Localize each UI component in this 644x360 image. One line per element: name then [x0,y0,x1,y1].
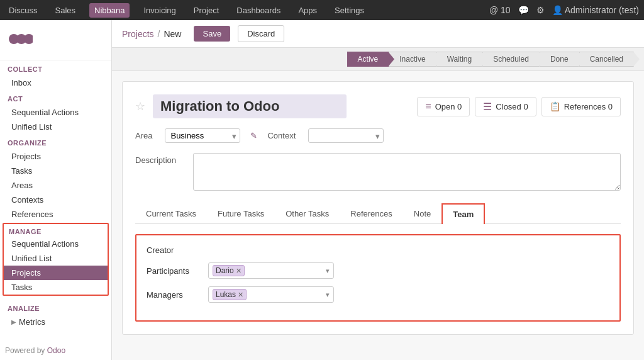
external-link-icon[interactable]: ✎ [250,131,257,140]
tabs-row: Current Tasks Future Tasks Other Tasks R… [135,203,621,224]
nav-apps[interactable]: Apps [294,3,321,18]
participants-row: Participants Dario ✕ ▾ [147,262,609,279]
breadcrumb-parent[interactable]: Projects [122,29,154,39]
topnav-right: @ 10 💬 ⚙ 👤 Administrator (test) [489,5,639,15]
nav-discuss[interactable]: Discuss [5,3,42,18]
remove-lukas-icon[interactable]: ✕ [238,291,243,299]
stat-buttons: ≡ Open 0 ☰ Closed 0 📋 References 0 [417,97,621,116]
project-name-input[interactable] [153,94,347,118]
sidebar-item-metrics[interactable]: ▶ Metrics [0,315,111,329]
status-cancelled[interactable]: Cancelled [579,52,634,67]
breadcrumb-current: New [164,29,181,39]
sidebar-manage-section: Manage [4,224,108,237]
manager-tag-lukas: Lukas ✕ [213,289,247,300]
team-form: Creator Participants Dario ✕ ▾ [135,234,621,322]
tab-team[interactable]: Team [441,203,485,224]
sidebar-act-section: Act [0,90,111,105]
sidebar-item-sequential-actions-act[interactable]: Sequential Actions [0,105,111,120]
sidebar-item-sequential-actions-manage[interactable]: Sequential Actions [4,237,108,251]
closed-icon: ☰ [483,101,492,113]
sidebar-item-projects-organize[interactable]: Projects [0,149,111,164]
nav-settings[interactable]: Settings [331,3,368,18]
tab-future-tasks[interactable]: Future Tasks [207,203,275,224]
status-bar: Active Inactive Waiting Scheduled Done C… [112,48,644,71]
notification-icon[interactable]: @ 10 [489,5,511,15]
participants-field[interactable]: Dario ✕ ▾ [208,262,334,279]
gear-icon[interactable]: ⚙ [536,5,545,15]
participant-name-dario: Dario [216,266,234,275]
nav-dashboards[interactable]: Dashboards [233,3,284,18]
creator-label: Creator [147,245,203,255]
nav-project[interactable]: Project [190,3,223,18]
sidebar-manage-box: Manage Sequential Actions Unified List P… [3,223,109,296]
manager-name-lukas: Lukas [216,290,236,299]
status-inactive[interactable]: Inactive [389,52,436,67]
closed-label: Closed 0 [496,102,528,111]
odoo-logo-icon [8,26,33,52]
top-navigation: Discuss Sales Nibbana Invoicing Project … [0,0,644,20]
chevron-right-icon: ▶ [11,318,16,325]
managers-row: Managers Lukas ✕ ▾ [147,286,609,303]
sidebar: Collect Inbox Act Sequential Actions Uni… [0,20,112,360]
sidebar-item-projects-manage[interactable]: Projects [4,266,108,280]
sidebar-logo [0,20,111,60]
sidebar-collect-section: Collect [0,60,111,76]
user-avatar[interactable]: 👤 Administrator (test) [552,5,639,15]
sidebar-item-unified-list-manage[interactable]: Unified List [4,251,108,266]
form-container: ☆ ≡ Open 0 ☰ Closed 0 📋 Refe [112,71,644,360]
remove-dario-icon[interactable]: ✕ [236,267,242,275]
sidebar-item-inbox[interactable]: Inbox [0,76,111,90]
sidebar-footer: Powered by Odoo [5,346,65,355]
save-button[interactable]: Save [194,26,230,42]
status-waiting[interactable]: Waiting [436,52,483,67]
managers-field[interactable]: Lukas ✕ ▾ [208,286,334,303]
area-select-wrapper: Business [165,128,240,143]
content-header: Projects / New Save Discard [112,20,644,48]
sidebar-item-contexts[interactable]: Contexts [0,193,111,207]
tab-note[interactable]: Note [403,203,441,224]
content-area: Projects / New Save Discard Active Inact… [112,20,644,360]
status-active[interactable]: Active [347,52,389,67]
form-card: ☆ ≡ Open 0 ☰ Closed 0 📋 Refe [122,81,634,335]
sidebar-analyze-section: Analize [0,300,111,315]
description-section: Description [135,153,621,191]
area-context-row: Area Business ✎ Context [135,128,621,143]
description-label: Description [135,153,186,165]
chat-icon[interactable]: 💬 [518,5,529,15]
references-icon: 📋 [550,101,560,111]
tab-references[interactable]: References [340,203,402,224]
sidebar-item-unified-list-act[interactable]: Unified List [0,120,111,134]
sidebar-item-tasks-organize[interactable]: Tasks [0,164,111,178]
stat-closed-button[interactable]: ☰ Closed 0 [475,97,536,116]
breadcrumb: Projects / New [122,29,181,39]
nav-nibbana[interactable]: Nibbana [89,3,130,18]
creator-row: Creator [147,245,609,255]
context-label: Context [267,131,296,140]
references-label: References 0 [564,102,613,111]
discard-button[interactable]: Discard [238,25,284,42]
area-select[interactable]: Business [165,128,240,143]
stat-open-button[interactable]: ≡ Open 0 [417,97,470,116]
sidebar-item-references-organize[interactable]: References [0,207,111,222]
open-icon: ≡ [425,101,431,112]
description-textarea[interactable] [193,153,621,191]
breadcrumb-separator: / [158,29,160,39]
participants-dropdown-icon[interactable]: ▾ [326,267,330,275]
participant-tag-dario: Dario ✕ [213,265,245,276]
project-title-row: ☆ ≡ Open 0 ☰ Closed 0 📋 Refe [135,94,621,118]
tab-other-tasks[interactable]: Other Tasks [275,203,340,224]
managers-label: Managers [147,290,203,300]
sidebar-item-areas[interactable]: Areas [0,178,111,193]
context-select[interactable] [308,128,384,143]
nav-invoicing[interactable]: Invoicing [140,3,179,18]
managers-dropdown-icon[interactable]: ▾ [326,291,330,299]
status-scheduled[interactable]: Scheduled [482,52,540,67]
odoo-link[interactable]: Odoo [47,346,65,355]
sidebar-item-tasks-manage[interactable]: Tasks [4,280,108,295]
open-label: Open 0 [435,102,462,111]
stat-references-button[interactable]: 📋 References 0 [541,97,621,116]
tab-current-tasks[interactable]: Current Tasks [135,203,207,224]
nav-sales[interactable]: Sales [52,3,80,18]
status-done[interactable]: Done [540,52,579,67]
star-icon[interactable]: ☆ [135,99,145,113]
